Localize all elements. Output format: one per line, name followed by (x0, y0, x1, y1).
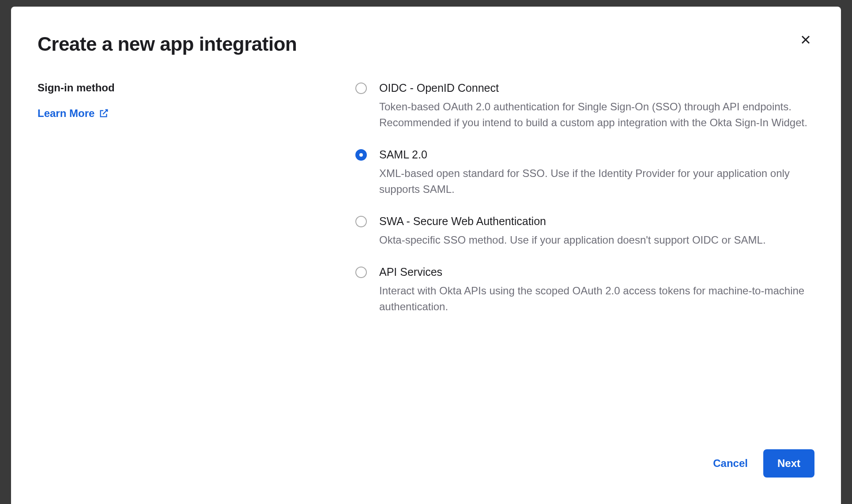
section-label: Sign-in method (38, 82, 355, 94)
option-description: Token-based OAuth 2.0 authentication for… (379, 99, 814, 131)
option-title: SWA - Secure Web Authentication (379, 215, 814, 228)
modal-title: Create a new app integration (38, 33, 814, 55)
radio-input-api-services[interactable] (355, 267, 367, 278)
next-button[interactable]: Next (763, 449, 814, 478)
radio-option-swa[interactable]: SWA - Secure Web Authentication Okta-spe… (355, 215, 814, 248)
learn-more-label: Learn More (38, 107, 94, 120)
option-description: XML-based open standard for SSO. Use if … (379, 165, 814, 197)
option-text: SAML 2.0 XML-based open standard for SSO… (379, 148, 814, 197)
learn-more-link[interactable]: Learn More (38, 107, 109, 120)
cancel-button[interactable]: Cancel (713, 457, 748, 470)
external-link-icon (99, 109, 109, 118)
radio-input-oidc[interactable] (355, 83, 367, 94)
close-button[interactable] (797, 31, 814, 49)
radio-option-saml[interactable]: SAML 2.0 XML-based open standard for SSO… (355, 148, 814, 197)
option-title: OIDC - OpenID Connect (379, 82, 814, 94)
modal-footer: Cancel Next (713, 449, 814, 478)
left-column: Sign-in method Learn More (38, 82, 355, 332)
right-column: OIDC - OpenID Connect Token-based OAuth … (355, 82, 814, 332)
radio-option-api-services[interactable]: API Services Interact with Okta APIs usi… (355, 266, 814, 315)
option-description: Okta-specific SSO method. Use if your ap… (379, 232, 814, 248)
create-app-integration-modal: Create a new app integration Sign-in met… (11, 7, 841, 504)
option-text: SWA - Secure Web Authentication Okta-spe… (379, 215, 814, 248)
close-icon (800, 34, 811, 45)
option-title: API Services (379, 266, 814, 278)
option-text: API Services Interact with Okta APIs usi… (379, 266, 814, 315)
radio-input-saml[interactable] (355, 149, 367, 161)
radio-option-oidc[interactable]: OIDC - OpenID Connect Token-based OAuth … (355, 82, 814, 131)
modal-content: Sign-in method Learn More OIDC - OpenID … (38, 82, 814, 332)
option-description: Interact with Okta APIs using the scoped… (379, 283, 814, 315)
radio-input-swa[interactable] (355, 216, 367, 227)
option-title: SAML 2.0 (379, 148, 814, 161)
option-text: OIDC - OpenID Connect Token-based OAuth … (379, 82, 814, 131)
